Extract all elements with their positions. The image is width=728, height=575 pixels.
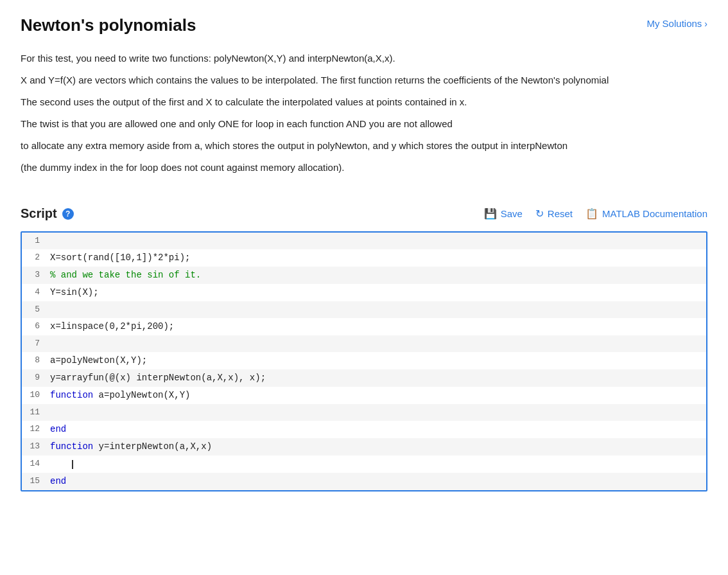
code-line: 11: [22, 404, 706, 421]
code-line: 7: [22, 335, 706, 352]
code-line: 1: [22, 233, 706, 249]
help-icon[interactable]: ?: [62, 208, 74, 220]
line-content: X=sort(rand([10,1])*2*pi);: [45, 249, 706, 267]
line-content: x=linspace(0,2*pi,200);: [45, 318, 706, 335]
line-content: end: [45, 421, 706, 438]
save-icon: 💾: [484, 208, 497, 220]
line-content: [45, 301, 706, 318]
save-label: Save: [501, 208, 523, 219]
script-label: Script ?: [21, 206, 74, 221]
code-line: 8a=polyNewton(X,Y);: [22, 352, 706, 369]
reset-icon: ↻: [535, 208, 544, 220]
code-line: 4Y=sin(X);: [22, 284, 706, 301]
line-number: 14: [22, 456, 45, 473]
description-para2: X and Y=f(X) are vectors which contains …: [21, 73, 707, 88]
line-number: 6: [22, 318, 45, 335]
description-para5: to allocate any extra memory aside from …: [21, 138, 707, 154]
line-content: [45, 404, 706, 421]
line-content: % and we take the sin of it.: [45, 267, 706, 284]
matlab-docs-label: MATLAB Documentation: [602, 208, 707, 219]
chevron-right-icon: ›: [704, 19, 707, 29]
description-para1: For this test, you need to write two fun…: [21, 51, 707, 66]
line-number: 12: [22, 421, 45, 438]
matlab-docs-button[interactable]: 📋 MATLAB Documentation: [585, 208, 707, 220]
page-title: Newton's polynomials: [21, 15, 196, 35]
code-line: 3% and we take the sin of it.: [22, 267, 706, 284]
line-number: 2: [22, 249, 45, 267]
reset-button[interactable]: ↻ Reset: [535, 208, 573, 220]
code-line: 15end: [22, 473, 706, 490]
line-number: 1: [22, 233, 45, 249]
script-title: Script: [21, 206, 57, 221]
line-content: end: [45, 473, 706, 490]
script-actions: 💾 Save ↻ Reset 📋 MATLAB Documentation: [484, 208, 707, 220]
script-section: Script ? 💾 Save ↻ Reset 📋 MATLAB Documen…: [21, 206, 707, 491]
docs-icon: 📋: [585, 208, 598, 220]
my-solutions-label: My Solutions: [646, 18, 702, 29]
line-content: [45, 233, 706, 249]
code-line: 12end: [22, 421, 706, 438]
my-solutions-link[interactable]: My Solutions ›: [646, 15, 707, 29]
code-line: 10function a=polyNewton(X,Y): [22, 387, 706, 404]
description-para4: The twist is that you are allowed one an…: [21, 116, 707, 132]
line-number: 10: [22, 387, 45, 404]
code-editor[interactable]: 12X=sort(rand([10,1])*2*pi);3% and we ta…: [21, 231, 707, 491]
code-line: 9y=arrayfun(@(x) interpNewton(a,X,x), x)…: [22, 369, 706, 387]
code-line: 6x=linspace(0,2*pi,200);: [22, 318, 706, 335]
line-content: Y=sin(X);: [45, 284, 706, 301]
line-number: 11: [22, 404, 45, 421]
line-number: 5: [22, 301, 45, 318]
line-content: y=arrayfun(@(x) interpNewton(a,X,x), x);: [45, 369, 706, 387]
description-para3: The second uses the output of the first …: [21, 94, 707, 110]
code-line: 5: [22, 301, 706, 318]
line-number: 9: [22, 369, 45, 387]
line-number: 15: [22, 473, 45, 490]
code-line: 13function y=interpNewton(a,X,x): [22, 438, 706, 456]
line-content: function y=interpNewton(a,X,x): [45, 438, 706, 456]
line-content: [45, 456, 706, 473]
line-number: 13: [22, 438, 45, 456]
line-number: 8: [22, 352, 45, 369]
line-number: 4: [22, 284, 45, 301]
line-content: [45, 335, 706, 352]
line-number: 7: [22, 335, 45, 352]
line-content: function a=polyNewton(X,Y): [45, 387, 706, 404]
code-line: 2X=sort(rand([10,1])*2*pi);: [22, 249, 706, 267]
line-number: 3: [22, 267, 45, 284]
reset-label: Reset: [548, 208, 573, 219]
save-button[interactable]: 💾 Save: [484, 208, 523, 220]
code-line: 14: [22, 456, 706, 473]
line-content: a=polyNewton(X,Y);: [45, 352, 706, 369]
description-para6: (the dummy index in the for loop does no…: [21, 160, 707, 175]
script-header: Script ? 💾 Save ↻ Reset 📋 MATLAB Documen…: [21, 206, 707, 221]
